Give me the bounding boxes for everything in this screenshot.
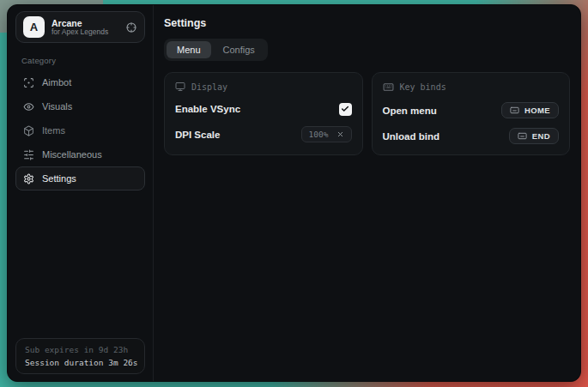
tab-menu[interactable]: Menu (167, 41, 211, 58)
tab-bar: Menu Configs (164, 39, 268, 61)
keyboard-icon (510, 106, 519, 115)
app-subtitle: for Apex Legends (52, 28, 118, 37)
clear-icon[interactable] (336, 130, 344, 138)
category-label: Category (21, 56, 139, 65)
check-icon (341, 105, 349, 113)
tab-configs[interactable]: Configs (213, 41, 265, 58)
sidebar-item-label: Settings (42, 173, 76, 184)
display-card: Display Enable VSync DPI Scale 100% (164, 72, 363, 155)
sidebar-item-settings[interactable]: Settings (15, 166, 145, 190)
target-icon[interactable] (125, 21, 137, 33)
sidebar-item-aimbot[interactable]: Aimbot (15, 70, 145, 94)
enable-vsync-checkbox[interactable] (339, 103, 352, 116)
sidebar-item-visuals[interactable]: Visuals (15, 94, 145, 118)
page-title: Settings (164, 17, 570, 29)
keyboard-icon (383, 82, 394, 93)
enable-vsync-label: Enable VSync (175, 104, 240, 114)
sidebar-item-miscellaneous[interactable]: Miscellaneous (15, 142, 145, 166)
unload-bind-row: Unload bind END (383, 128, 560, 144)
display-card-header: Display (175, 82, 352, 92)
session-duration-text: Session duration 3m 26s (25, 358, 136, 367)
monitor-icon (175, 82, 185, 92)
display-card-title: Display (191, 82, 227, 92)
unload-bind-label: Unload bind (383, 131, 439, 142)
open-menu-keybind-button[interactable]: HOME (501, 102, 559, 118)
main-content: Settings Menu Configs Display Enable VSy… (154, 5, 580, 381)
dpi-scale-label: DPI Scale (175, 130, 220, 140)
dpi-scale-row: DPI Scale 100% (175, 126, 352, 142)
miscellaneous-sliders-icon (23, 149, 34, 160)
sidebar-spacer (15, 190, 145, 338)
app-window: A Arcane for Apex Legends Category (7, 4, 581, 382)
app-logo: A (23, 16, 45, 38)
sidebar-item-label: Visuals (42, 101, 72, 112)
aimbot-scan-icon (23, 77, 34, 88)
app-title: Arcane (52, 18, 118, 28)
dpi-scale-input[interactable]: 100% (301, 126, 352, 142)
unload-bind-keybind-button[interactable]: END (509, 128, 559, 144)
visuals-eye-icon (23, 101, 34, 112)
unload-bind-key: END (532, 131, 550, 141)
enable-vsync-row: Enable VSync (175, 101, 352, 117)
brand-text: Arcane for Apex Legends (52, 18, 118, 37)
dpi-scale-value[interactable]: 100% (309, 130, 329, 139)
keybinds-card: Key binds Open menu HOME Unload bin (372, 72, 571, 155)
settings-cards-row: Display Enable VSync DPI Scale 100% (164, 72, 570, 155)
open-menu-label: Open menu (383, 106, 437, 116)
sidebar: A Arcane for Apex Legends Category (8, 5, 154, 381)
brand-card: A Arcane for Apex Legends (15, 11, 145, 43)
sidebar-item-label: Items (42, 125, 65, 136)
items-package-icon (23, 125, 34, 136)
sidebar-item-items[interactable]: Items (15, 118, 145, 142)
sidebar-item-label: Aimbot (42, 77, 71, 88)
open-menu-row: Open menu HOME (383, 102, 560, 118)
sidebar-nav: Aimbot Visuals Items (15, 70, 145, 190)
settings-gear-icon (23, 173, 34, 184)
keyboard-icon (518, 131, 527, 141)
sidebar-item-label: Miscellaneous (42, 149, 102, 160)
keybinds-card-header: Key binds (383, 82, 560, 93)
sub-expires-text: Sub expires in 9d 23h (25, 345, 136, 354)
open-menu-key: HOME (524, 106, 550, 115)
keybinds-card-title: Key binds (400, 82, 446, 92)
session-info-card: Sub expires in 9d 23h Session duration 3… (15, 338, 145, 374)
